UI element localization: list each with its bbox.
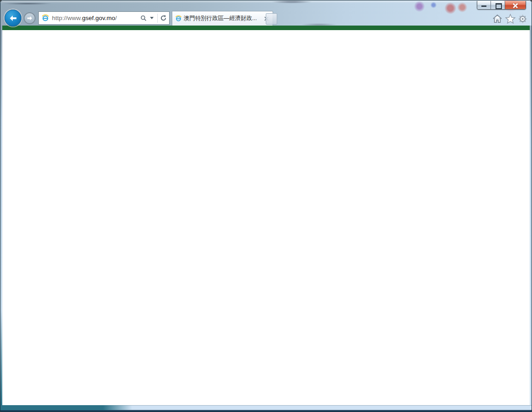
search-icon[interactable] (139, 13, 148, 23)
forward-button[interactable] (24, 12, 36, 24)
tab-favicon (175, 15, 182, 22)
close-button[interactable] (505, 1, 526, 9)
address-bar[interactable]: http://www.gsef.gov.mo/ (38, 11, 170, 25)
page-top-bar (2, 26, 530, 30)
new-tab-button[interactable] (266, 13, 277, 25)
minimize-button[interactable] (477, 1, 491, 9)
favorites-star-icon[interactable] (505, 14, 516, 26)
address-bar-divider (157, 14, 158, 23)
window-frame-shade (0, 405, 132, 410)
browser-window: http://www.gsef.gov.mo/ 澳門特別行政區—經濟財政... (0, 0, 532, 412)
window-frame-left (0, 26, 2, 405)
window-controls (477, 1, 526, 10)
page-viewport (2, 26, 530, 405)
back-arrow-icon (8, 13, 18, 23)
refresh-icon[interactable] (159, 13, 167, 23)
browser-tab[interactable]: 澳門特別行政區—經濟財政... (172, 11, 273, 26)
tab-title: 澳門特別行政區—經濟財政... (184, 15, 261, 22)
home-icon[interactable] (492, 14, 502, 25)
maximize-button[interactable] (491, 1, 505, 9)
window-frame-bottom (0, 405, 532, 412)
back-button[interactable] (5, 10, 21, 26)
autocomplete-dropdown-icon[interactable] (148, 13, 156, 23)
window-frame-right (530, 26, 532, 405)
url-text: http://www.gsef.gov.mo/ (52, 15, 139, 21)
forward-arrow-icon (26, 15, 33, 22)
ie-favicon (41, 14, 49, 22)
settings-gear-icon[interactable] (518, 14, 527, 26)
